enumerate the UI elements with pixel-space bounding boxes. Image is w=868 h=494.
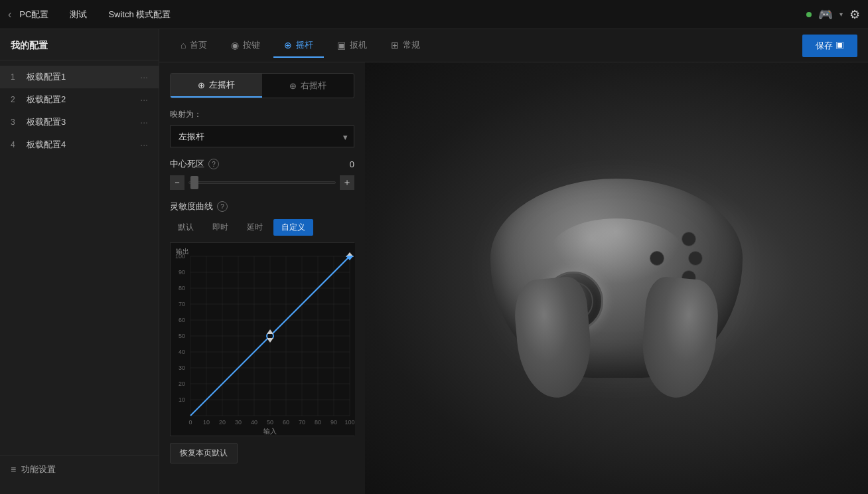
- sidebar-bottom-settings[interactable]: ≡ 功能设置: [0, 455, 159, 483]
- content-body: ⊕ 左摇杆 ⊕ 右摇杆 映射为： 左振杆 ▾: [159, 62, 868, 494]
- save-button[interactable]: 保存 ▣: [802, 35, 857, 57]
- sidebar-item-more-2[interactable]: ···: [140, 94, 148, 105]
- tab-bar: ⌂ 首页 ◉ 按键 ⊕ 摇杆 ▣ 扳机 ⊞ 常规 保存 ▣: [159, 29, 868, 62]
- trigger-icon: ▣: [337, 40, 346, 50]
- deadzone-slider-thumb[interactable]: [190, 176, 198, 189]
- deadzone-label-row: 中心死区 ?: [170, 158, 219, 170]
- sidebar-item-label-4: 板载配置4: [27, 139, 140, 151]
- curve-tab-instant[interactable]: 即时: [204, 219, 236, 236]
- svg-text:30: 30: [235, 419, 242, 426]
- sidebar-item-2[interactable]: 2 板载配置2 ···: [0, 88, 159, 111]
- svg-text:40: 40: [251, 419, 257, 426]
- svg-text:90: 90: [179, 269, 185, 276]
- tab-home[interactable]: ⌂ 首页: [170, 34, 218, 58]
- title-bar: ‹ PC配置 测试 Switch 模式配置 🎮 ▾ ⚙: [0, 0, 868, 29]
- tab-trigger[interactable]: ▣ 扳机: [326, 34, 378, 58]
- deadzone-help-icon[interactable]: ?: [208, 159, 219, 169]
- back-button[interactable]: ‹: [8, 9, 11, 21]
- mapping-select[interactable]: 左振杆: [170, 125, 354, 147]
- tab-trigger-label: 扳机: [350, 39, 367, 51]
- tab-keys-label: 按键: [243, 39, 260, 51]
- title2: 测试: [70, 9, 87, 21]
- sidebar-item-num-2: 2: [11, 95, 21, 104]
- deadzone-slider-row: － ＋: [170, 175, 354, 190]
- deadzone-increase-btn[interactable]: ＋: [340, 175, 354, 190]
- sub-tab-right-joystick[interactable]: ⊕ 右摇杆: [262, 74, 354, 98]
- content-area: ⌂ 首页 ◉ 按键 ⊕ 摇杆 ▣ 扳机 ⊞ 常规 保存 ▣: [159, 29, 868, 494]
- curve-tabs: 默认 即时 延时 自定义: [170, 219, 354, 236]
- svg-text:60: 60: [283, 419, 289, 426]
- curve-help-icon[interactable]: ?: [217, 201, 228, 212]
- tab-keys[interactable]: ◉ 按键: [220, 34, 271, 58]
- sidebar-item-more-3[interactable]: ···: [140, 117, 148, 127]
- keys-icon: ◉: [231, 40, 239, 50]
- deadzone-decrease-btn[interactable]: －: [170, 175, 184, 190]
- svg-text:50: 50: [267, 419, 273, 426]
- sidebar-item-3[interactable]: 3 板载配置3 ···: [0, 111, 159, 133]
- joystick-icon: ⊕: [284, 40, 292, 50]
- curve-tab-delay[interactable]: 延时: [239, 219, 271, 236]
- tab-general-label: 常规: [403, 39, 420, 51]
- controller-icon: 🎮: [818, 7, 833, 22]
- settings-panel: ⊕ 左摇杆 ⊕ 右摇杆 映射为： 左振杆 ▾: [159, 62, 365, 494]
- left-joystick-icon: ⊕: [198, 80, 205, 90]
- curve-tab-custom[interactable]: 自定义: [273, 219, 313, 236]
- sub-tab-left-joystick[interactable]: ⊕ 左摇杆: [171, 74, 262, 98]
- sub-tab-bar: ⊕ 左摇杆 ⊕ 右摇杆: [170, 73, 354, 98]
- right-grip: [638, 276, 721, 401]
- sidebar-list: 1 板载配置1 ··· 2 板载配置2 ··· 3 板载配置3 ··· 4 板载…: [0, 66, 159, 455]
- svg-text:80: 80: [315, 419, 321, 426]
- svg-text:20: 20: [179, 380, 185, 387]
- sensitivity-chart[interactable]: 输出: [171, 243, 355, 436]
- status-dot: [806, 12, 812, 17]
- sidebar-item-num-1: 1: [11, 72, 21, 82]
- tab-home-label: 首页: [190, 39, 207, 51]
- svg-text:100: 100: [175, 253, 185, 260]
- svg-text:70: 70: [179, 301, 185, 307]
- svg-text:输入: 输入: [263, 428, 277, 435]
- right-joystick-icon: ⊕: [289, 81, 297, 91]
- tab-joystick[interactable]: ⊕ 摇杆: [273, 34, 324, 58]
- svg-text:60: 60: [179, 317, 185, 323]
- general-icon: ⊞: [391, 40, 399, 50]
- controller-area: [365, 62, 868, 494]
- tab-joystick-label: 摇杆: [296, 39, 313, 51]
- sidebar-item-more-1[interactable]: ···: [140, 72, 148, 82]
- tab-general[interactable]: ⊞ 常规: [380, 34, 431, 58]
- gear-icon[interactable]: ⚙: [849, 7, 860, 22]
- sidebar-item-4[interactable]: 4 板载配置4 ···: [0, 133, 159, 156]
- sidebar-item-more-4[interactable]: ···: [140, 139, 148, 150]
- controller-shape: [477, 152, 756, 404]
- svg-rect-0: [171, 243, 355, 436]
- chart-container: 输出: [170, 242, 354, 436]
- curve-label: 灵敏度曲线: [170, 201, 213, 212]
- btn-y: [682, 232, 696, 246]
- reset-button[interactable]: 恢复本页默认: [170, 443, 238, 463]
- svg-text:80: 80: [179, 285, 185, 291]
- left-grip: [512, 276, 595, 401]
- curve-header: 灵敏度曲线 ?: [170, 201, 354, 212]
- sidebar-item-num-3: 3: [11, 118, 21, 127]
- sidebar-item-num-4: 4: [11, 140, 21, 149]
- curve-tab-default[interactable]: 默认: [170, 219, 202, 236]
- sidebar-title: 我的配置: [0, 40, 159, 60]
- svg-text:50: 50: [179, 333, 185, 339]
- title1: PC配置: [19, 9, 48, 21]
- sidebar: 我的配置 1 板载配置1 ··· 2 板载配置2 ··· 3 板载配置3 ···…: [0, 29, 159, 494]
- title3: Switch 模式配置: [108, 9, 171, 21]
- sidebar-item-1[interactable]: 1 板载配置1 ···: [0, 66, 159, 88]
- title-bar-right: 🎮 ▾ ⚙: [806, 7, 860, 22]
- sidebar-item-label-1: 板载配置1: [27, 71, 140, 83]
- btn-x: [650, 251, 664, 266]
- svg-text:10: 10: [203, 419, 210, 426]
- svg-text:20: 20: [219, 419, 226, 426]
- btn-b: [688, 251, 703, 266]
- deadzone-slider-track[interactable]: [188, 181, 336, 184]
- settings-icon: ≡: [11, 464, 16, 475]
- dropdown-arrow-icon[interactable]: ▾: [839, 11, 843, 18]
- center-deadzone-section: 中心死区 ? 0 － ＋: [170, 158, 354, 190]
- sidebar-item-label-3: 板载配置3: [27, 116, 140, 128]
- main-layout: 我的配置 1 板载配置1 ··· 2 板载配置2 ··· 3 板载配置3 ···…: [0, 29, 868, 494]
- mapping-label: 映射为：: [170, 109, 354, 120]
- mapping-select-wrapper: 左振杆 ▾: [170, 125, 354, 147]
